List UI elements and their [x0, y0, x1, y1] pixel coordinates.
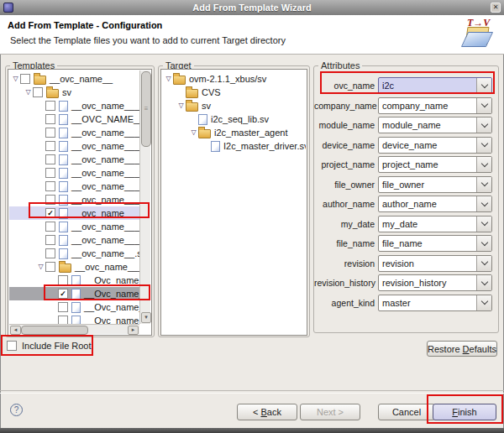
tree-row[interactable]: ▽i2c_master_agent [162, 126, 306, 139]
attribute-combo-my_date[interactable]: my_date [378, 216, 492, 232]
combo-dropdown-button[interactable] [476, 196, 491, 211]
tree-row[interactable]: ▽ovm-2.1.1_xbus/sv [162, 72, 306, 86]
restore-defaults-button[interactable]: Restore Defaults [427, 341, 497, 357]
combo-dropdown-button[interactable] [476, 236, 491, 251]
tree-row[interactable]: ▽__ovc_name____ag [9, 260, 139, 274]
attribute-combo-agent_kind[interactable]: master [378, 295, 492, 311]
horizontal-scrollbar-thumb[interactable] [21, 326, 88, 335]
scroll-left-icon[interactable]: ◂ [10, 326, 21, 335]
tree-row[interactable]: ✓__Ovc_name____ [9, 287, 139, 300]
checkbox[interactable] [45, 181, 55, 191]
tree-row[interactable]: CVS [162, 86, 306, 99]
help-button[interactable]: ? [10, 404, 23, 416]
titlebar[interactable]: Add From Template Wizard ✕ [0, 0, 504, 15]
templates-tree[interactable]: ▽__ovc_name__▽sv__ovc_name___bus___OVC_N… [8, 69, 152, 336]
scroll-down-icon[interactable]: ▾ [141, 312, 151, 323]
tree-row[interactable]: __ovc_name___bus_ [9, 153, 139, 166]
checkbox[interactable]: ✓ [45, 208, 55, 218]
tree-row[interactable]: ▽sv [162, 99, 306, 112]
attribute-combo-company_name[interactable]: company_name [378, 97, 492, 114]
checkbox[interactable] [45, 195, 55, 205]
expander-down-icon[interactable]: ▽ [11, 72, 20, 86]
attribute-combo-file_name[interactable]: file_name [378, 235, 492, 252]
checkbox[interactable] [58, 302, 68, 312]
combo-dropdown-button[interactable] [476, 78, 491, 93]
expander-down-icon[interactable]: ▽ [36, 260, 45, 274]
attribute-combo-ovc_name[interactable]: i2c [378, 77, 492, 94]
checkbox[interactable] [33, 87, 43, 97]
checkbox[interactable] [45, 114, 55, 124]
checkbox[interactable] [45, 141, 55, 151]
file-icon [71, 289, 81, 300]
combo-dropdown-button[interactable] [476, 275, 491, 290]
combo-dropdown-button[interactable] [476, 138, 491, 153]
combo-value: author_name [379, 199, 476, 209]
tree-row-label: __ovc_name___bus_ [71, 101, 139, 111]
checkbox[interactable] [45, 154, 55, 164]
checkbox[interactable] [45, 235, 55, 245]
scroll-right-icon[interactable]: ▸ [128, 326, 139, 335]
tree-row[interactable]: I2c_master_driver.sv [162, 139, 306, 153]
combo-dropdown-button[interactable] [476, 295, 491, 310]
combo-dropdown-button[interactable] [476, 117, 491, 133]
checkbox[interactable] [58, 316, 68, 324]
checkbox[interactable] [58, 275, 68, 285]
attribute-combo-file_owner[interactable]: file_owner [378, 176, 492, 193]
finish-button[interactable]: Finish [433, 404, 496, 420]
combo-dropdown-button[interactable] [476, 256, 491, 271]
checkbox[interactable] [45, 222, 55, 232]
combo-dropdown-button[interactable] [476, 177, 491, 192]
target-tree[interactable]: ▽ovm-2.1.1_xbus/svCVS▽svi2c_seq_lib.sv▽i… [160, 69, 307, 336]
attribute-combo-project_name[interactable]: project_name [378, 156, 492, 173]
include-file-root-checkbox[interactable] [7, 341, 17, 351]
checkbox[interactable] [20, 74, 30, 84]
include-file-root-option[interactable]: Include File Root [7, 341, 92, 351]
expander-down-icon[interactable]: ▽ [164, 72, 173, 86]
tree-row[interactable]: i2c_seq_lib.sv [162, 112, 306, 126]
back-button[interactable]: < Back [237, 404, 297, 420]
close-icon[interactable]: ✕ [491, 3, 501, 13]
tree-row[interactable]: __ovc_name___sequ [9, 233, 139, 247]
tree-row[interactable]: __ovc_name___inter [9, 220, 139, 233]
combo-dropdown-button[interactable] [476, 157, 491, 172]
tree-row[interactable]: __Ovc_name____ [9, 274, 139, 287]
vertical-scrollbar-thumb[interactable]: ≡ [141, 71, 151, 147]
tree-row[interactable]: __ovc_name___tran [9, 166, 139, 180]
next-button[interactable]: Next > [300, 404, 360, 420]
tree-row[interactable]: ✓__ovc_name___seq [9, 206, 139, 220]
checkbox[interactable] [45, 101, 55, 111]
tree-row[interactable]: __ovc_name___env. [9, 139, 139, 153]
tree-row[interactable]: __ovc_name___inter [9, 193, 139, 206]
tree-row[interactable]: __Ovc_name____ [9, 300, 139, 314]
tree-row[interactable]: ▽__ovc_name__ [9, 72, 139, 86]
cancel-button[interactable]: Cancel [378, 404, 435, 420]
tree-row[interactable]: ▽sv [9, 86, 139, 99]
expander-down-icon[interactable]: ▽ [189, 126, 198, 139]
vertical-scrollbar[interactable]: ≡ ▾ [139, 70, 150, 324]
attribute-row-project_name: project_nameproject_name [314, 156, 492, 173]
checkbox[interactable] [45, 168, 55, 178]
checkbox[interactable] [45, 248, 55, 258]
checkbox[interactable] [45, 128, 55, 138]
combo-dropdown-button[interactable] [476, 98, 491, 113]
checkbox[interactable] [45, 262, 55, 272]
attribute-combo-device_name[interactable]: device_name [378, 137, 492, 154]
tree-row[interactable]: __ovc_name___sequ [9, 180, 139, 193]
expander-down-icon[interactable]: ▽ [176, 99, 186, 112]
horizontal-scrollbar[interactable]: ◂ ▸ [9, 324, 139, 334]
tree-row[interactable]: __ovc_name__.svh [9, 247, 139, 260]
attribute-label: project_name [314, 159, 375, 170]
attribute-combo-module_name[interactable]: module_name [378, 117, 492, 133]
attribute-combo-author_name[interactable]: author_name [378, 196, 492, 212]
tree-row[interactable]: __Ovc_name____ [9, 314, 139, 324]
combo-value: file_name [379, 238, 476, 248]
checkbox[interactable]: ✓ [58, 289, 68, 299]
attribute-combo-revision[interactable]: revision [378, 255, 492, 272]
tree-row[interactable]: __ovc_name___type [9, 126, 139, 139]
expander-down-icon[interactable]: ▽ [24, 86, 33, 99]
attribute-combo-revision_history[interactable]: revision_history [378, 274, 492, 291]
combo-dropdown-button[interactable] [476, 216, 491, 232]
attribute-label: agent_kind [314, 298, 375, 308]
tree-row[interactable]: __OVC_NAME___env [9, 112, 139, 126]
tree-row[interactable]: __ovc_name___bus_ [9, 99, 139, 112]
